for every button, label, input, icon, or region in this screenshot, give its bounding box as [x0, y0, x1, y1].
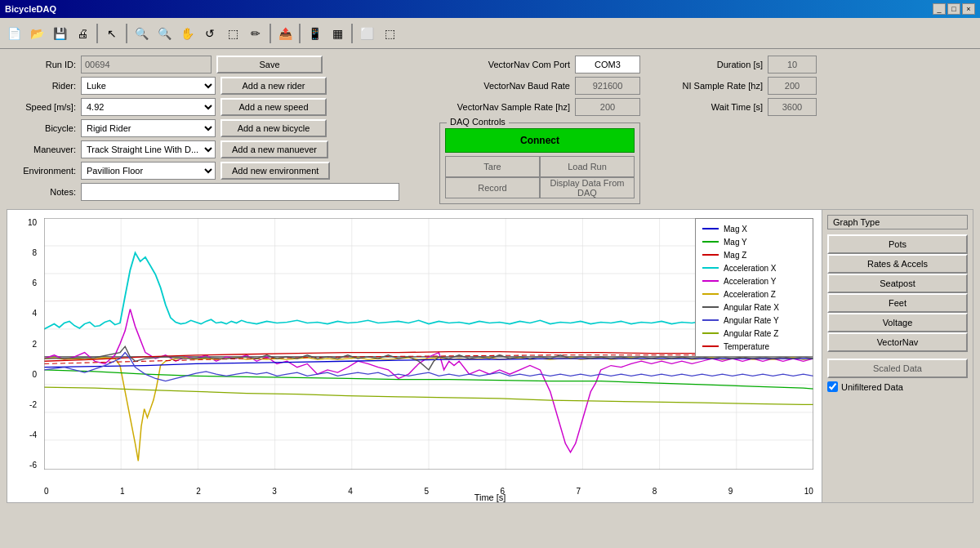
window-controls: _ □ ×: [933, 3, 975, 15]
speed-label: Speed [m/s]:: [7, 102, 76, 112]
zoom-in-button[interactable]: 🔍: [131, 23, 152, 44]
close-button[interactable]: ×: [962, 3, 975, 15]
com-port-row: VectorNav Com Port: [439, 56, 640, 74]
rider-row: Rider: Luke Add a new rider: [7, 77, 431, 95]
separator-3: [270, 24, 271, 43]
add-rider-button[interactable]: Add a new rider: [220, 77, 327, 95]
rider-select[interactable]: Luke: [81, 77, 216, 95]
legend-mag-x: Mag X: [702, 222, 806, 235]
tare-button[interactable]: Tare: [445, 156, 540, 177]
scaled-data-button[interactable]: Scaled Data: [827, 359, 968, 378]
notes-label: Notes:: [7, 187, 76, 197]
toolbar: 📄 📂 💾 🖨 ↖ 🔍 🔍 ✋ ↺ ⬚ ✏ 📤 📱 ▦ ⬜ ⬚: [0, 18, 980, 49]
baud-rate-row: VectorNav Baud Rate: [439, 77, 640, 95]
legend-line-mag-z: [702, 254, 719, 256]
display-data-button[interactable]: Display Data From DAQ: [540, 177, 635, 198]
record-button[interactable]: Record: [445, 177, 540, 198]
legend-ang-rate-y: Angular Rate Y: [702, 314, 806, 327]
select-button[interactable]: ⬚: [222, 23, 243, 44]
pots-button[interactable]: Pots: [827, 234, 968, 254]
minimize-button[interactable]: _: [933, 3, 946, 15]
com-port-input[interactable]: [575, 56, 640, 74]
legend-line-ang-rate-x: [702, 306, 719, 308]
window-title: BicycleDAQ: [5, 4, 56, 14]
device-button[interactable]: 📱: [304, 23, 325, 44]
button-8[interactable]: ⬜: [356, 23, 377, 44]
pan-button[interactable]: ✋: [176, 23, 198, 44]
legend-ang-rate-x: Angular Rate X: [702, 301, 806, 314]
baud-rate-input[interactable]: [575, 77, 640, 95]
unfiltered-row: Unifiltered Data: [827, 381, 968, 392]
duration-label: Duration [s]: [657, 60, 763, 69]
maximize-button[interactable]: □: [947, 3, 960, 15]
wait-time-label: Wait Time [s]: [657, 102, 763, 112]
legend-mag-z: Mag Z: [702, 248, 806, 261]
wait-time-row: Wait Time [s]: [657, 98, 817, 116]
ni-sample-rate-label: NI Sample Rate [hz]: [657, 81, 763, 91]
graph-type-title: Graph Type: [827, 215, 968, 229]
seatpost-button[interactable]: Seatpost: [827, 274, 968, 293]
bicycle-row: Bicycle: Rigid Rider Add a new bicycle: [7, 119, 431, 137]
legend-temperature: Temperature: [702, 340, 806, 353]
run-id-input[interactable]: [81, 56, 212, 74]
x-axis-title: Time [s]: [474, 492, 506, 502]
connect-button[interactable]: Connect: [445, 128, 635, 153]
edit-button[interactable]: ✏: [245, 23, 266, 44]
separator-5: [351, 24, 353, 43]
legend-line-mag-y: [702, 241, 719, 243]
maneuver-select[interactable]: Track Straight Line With D...: [81, 140, 216, 158]
maneuver-label: Maneuver:: [7, 145, 76, 154]
wait-time-input[interactable]: [768, 98, 817, 116]
unfiltered-checkbox[interactable]: [827, 381, 838, 392]
ni-sample-rate-input[interactable]: [768, 77, 817, 95]
speed-select[interactable]: 4.92: [81, 98, 216, 116]
notes-row: Notes:: [7, 183, 431, 201]
cursor-button[interactable]: ↖: [101, 23, 122, 44]
separator-4: [299, 24, 301, 43]
grid-button[interactable]: ▦: [327, 23, 348, 44]
legend-line-accel-y: [702, 280, 719, 282]
environment-select[interactable]: Pavillion Floor: [81, 162, 216, 180]
daq-controls-legend: DAQ Controls: [447, 117, 509, 127]
new-button[interactable]: 📄: [3, 23, 24, 44]
notes-input[interactable]: [81, 183, 399, 201]
y-axis-labels: 10 8 6 4 2 0 -2 -4 -6: [7, 218, 40, 470]
export-button[interactable]: 📤: [274, 23, 296, 44]
feet-button[interactable]: Feet: [827, 293, 968, 313]
print-button[interactable]: 🖨: [72, 23, 93, 44]
environment-label: Environment:: [7, 166, 76, 176]
rates-accels-button[interactable]: Rates & Accels: [827, 254, 968, 274]
add-speed-button[interactable]: Add a new speed: [220, 98, 327, 116]
unfiltered-label: Unifiltered Data: [841, 382, 903, 392]
legend-line-mag-x: [702, 228, 719, 229]
reset-button[interactable]: ↺: [199, 23, 220, 44]
maneuver-row: Maneuver: Track Straight Line With D... …: [7, 140, 431, 158]
duration-input[interactable]: [768, 56, 817, 74]
run-id-row: Run ID: Save: [7, 56, 431, 74]
add-environment-button[interactable]: Add new environment: [220, 162, 330, 180]
add-maneuver-button[interactable]: Add a new manuever: [220, 140, 328, 158]
x-axis-labels: 0 1 2 3 4 5 6 7 8 9 10: [44, 487, 813, 496]
legend-box: Mag X Mag Y Mag Z Acceleration X Acceler…: [695, 218, 813, 357]
separator-1: [96, 24, 98, 43]
sample-rate-label: VectorNav Sample Rate [hz]: [439, 102, 570, 112]
zoom-out-button[interactable]: 🔍: [154, 23, 175, 44]
button-9[interactable]: ⬚: [379, 23, 400, 44]
rider-label: Rider:: [7, 81, 76, 91]
graph-type-panel: Graph Type Pots Rates & Accels Seatpost …: [822, 210, 973, 502]
voltage-button[interactable]: Voltage: [827, 313, 968, 332]
save-button[interactable]: Save: [216, 56, 323, 74]
legend-mag-y: Mag Y: [702, 235, 806, 248]
legend-accel-y: Acceleration Y: [702, 274, 806, 287]
chart-container: 10 8 6 4 2 0 -2 -4 -6: [7, 209, 973, 503]
right-panel: VectorNav Com Port VectorNav Baud Rate V…: [439, 56, 973, 204]
sample-rate-input[interactable]: [575, 98, 640, 116]
vectornav-button[interactable]: VectorNav: [827, 332, 968, 352]
legend-line-accel-x: [702, 267, 719, 269]
title-bar: BicycleDAQ _ □ ×: [0, 0, 980, 18]
save-toolbar-button[interactable]: 💾: [49, 23, 70, 44]
load-run-button[interactable]: Load Run: [540, 156, 635, 177]
add-bicycle-button[interactable]: Add a new bicycle: [220, 119, 327, 137]
bicycle-select[interactable]: Rigid Rider: [81, 119, 216, 137]
open-button[interactable]: 📂: [26, 23, 47, 44]
